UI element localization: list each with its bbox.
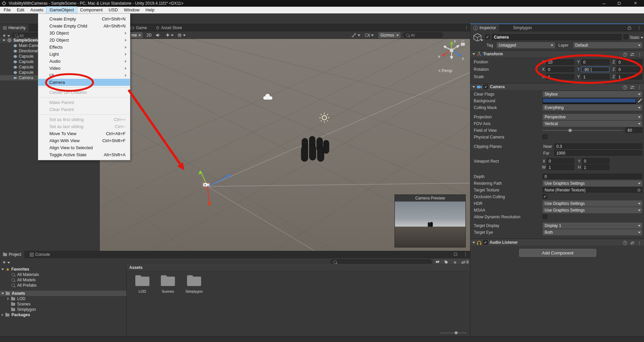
menu-item-ui[interactable]: UI bbox=[38, 72, 130, 79]
scene-camera-icon[interactable] bbox=[365, 33, 370, 37]
favorites-item[interactable]: All Prefabs bbox=[0, 283, 126, 288]
help-icon[interactable]: ? bbox=[623, 241, 627, 245]
menu-help[interactable]: Help bbox=[142, 7, 157, 13]
menu-item-set-last-sibling[interactable]: Set as last siblingCtrl+- bbox=[38, 123, 130, 130]
favorites-item[interactable]: All Materials bbox=[0, 272, 126, 277]
menu-item-create-empty-child[interactable]: Create Empty ChildAlt+Shift+N bbox=[38, 22, 130, 30]
position-z-input[interactable]: 0 bbox=[616, 59, 642, 65]
favorites-row[interactable]: ★Favorites bbox=[0, 267, 126, 272]
packages-row[interactable]: Packages bbox=[0, 312, 126, 318]
shading-mode-dropdown[interactable]: me bbox=[129, 32, 143, 38]
scale-y-input[interactable]: 1 bbox=[581, 74, 609, 79]
help-icon[interactable]: ? bbox=[623, 52, 627, 57]
maximize-button[interactable] bbox=[611, 0, 627, 7]
audio-listener-header[interactable]: ✓ Audio Listener ?⋮ bbox=[470, 239, 644, 246]
menu-item-align-with-view[interactable]: Align With ViewCtrl+Shift+F bbox=[38, 137, 130, 144]
near-input[interactable]: 0.3 bbox=[554, 144, 642, 149]
static-dropdown-icon[interactable] bbox=[641, 37, 643, 39]
layer-dropdown[interactable]: Default bbox=[573, 42, 642, 48]
tab-simplygon[interactable]: Simplygon bbox=[510, 24, 535, 32]
scale-x-input[interactable]: 1 bbox=[546, 74, 574, 79]
tab-asset-store[interactable]: Asset Store bbox=[153, 24, 185, 32]
depth-input[interactable]: 0 bbox=[543, 174, 642, 179]
scene-search-input[interactable]: All bbox=[403, 33, 443, 38]
eyedropper-icon[interactable] bbox=[638, 98, 642, 103]
tab-project[interactable]: Project bbox=[0, 251, 24, 258]
project-create-dropdown-icon[interactable] bbox=[7, 262, 10, 264]
audio-listener-checkbox[interactable]: ✓ bbox=[483, 240, 488, 245]
asset-folder-tile[interactable]: LOD bbox=[133, 274, 152, 301]
expander-icon[interactable] bbox=[3, 40, 5, 41]
favorites-item[interactable]: All Models bbox=[0, 277, 126, 283]
expander-icon[interactable] bbox=[1, 293, 4, 294]
menu-item-2d-object[interactable]: 2D Object bbox=[38, 37, 130, 44]
thumbnail-zoom-knob[interactable] bbox=[455, 331, 458, 334]
asset-folder-tile[interactable]: Scenes bbox=[158, 274, 177, 301]
occlusion-culling-checkbox[interactable]: ✓ bbox=[543, 194, 547, 199]
culling-mask-dropdown[interactable]: Everything bbox=[543, 105, 642, 111]
add-component-button[interactable]: Add Component bbox=[519, 249, 596, 257]
menu-item-camera[interactable]: Camera bbox=[38, 79, 130, 86]
far-input[interactable]: 1000 bbox=[554, 150, 642, 156]
tool-settings-icon[interactable] bbox=[352, 33, 356, 37]
menu-item-create-empty[interactable]: Create EmptyCtrl+Shift+N bbox=[38, 15, 130, 22]
target-eye-dropdown[interactable]: Both bbox=[543, 229, 642, 235]
menu-window[interactable]: Window bbox=[121, 7, 142, 13]
menu-item-3d-object[interactable]: 3D Object bbox=[38, 30, 130, 37]
camera-enabled-checkbox[interactable]: ✓ bbox=[484, 84, 488, 89]
project-create-button[interactable]: + bbox=[3, 259, 6, 265]
chevron-down-icon[interactable] bbox=[371, 35, 374, 36]
menu-item-make-parent[interactable]: Make Parent bbox=[38, 99, 130, 106]
fov-axis-dropdown[interactable]: Vertical bbox=[543, 121, 642, 127]
grid-toggle-icon[interactable] bbox=[178, 33, 182, 37]
clear-flags-dropdown[interactable]: Skybox bbox=[543, 91, 642, 97]
presets-icon[interactable] bbox=[630, 86, 634, 89]
target-display-dropdown[interactable]: Display 1 bbox=[543, 223, 642, 229]
menu-item-center-on-children[interactable]: Center On Children bbox=[38, 89, 130, 96]
scene-kebab-icon[interactable]: ⋮ bbox=[464, 25, 469, 30]
rotation-z-input[interactable]: 0 bbox=[616, 67, 642, 72]
camera-component-header[interactable]: ✓ Camera ?⋮ bbox=[470, 83, 644, 91]
thumbnail-zoom-slider[interactable] bbox=[440, 333, 467, 333]
perspective-label[interactable]: < Persp bbox=[438, 68, 452, 73]
active-checkbox[interactable]: ✓ bbox=[485, 35, 490, 39]
viewport-y-input[interactable]: 0 bbox=[582, 158, 609, 164]
fov-value-input[interactable]: 60 bbox=[626, 127, 642, 133]
menu-item-effects[interactable]: Effects bbox=[38, 44, 130, 51]
allow-dynamic-resolution-checkbox[interactable] bbox=[543, 214, 547, 219]
chevron-down-icon[interactable] bbox=[358, 35, 360, 36]
assets-root-row[interactable]: Assets bbox=[0, 291, 126, 296]
viewport-w-input[interactable]: 1 bbox=[547, 165, 574, 170]
kebab-icon[interactable]: ⋮ bbox=[637, 52, 642, 57]
menu-component[interactable]: Component bbox=[77, 7, 105, 13]
create-dropdown-icon[interactable] bbox=[7, 35, 10, 37]
menu-item-light[interactable]: Light bbox=[38, 51, 130, 58]
effects-dropdown-icon[interactable] bbox=[171, 35, 174, 36]
target-texture-field[interactable]: None (Render Texture)⊙ bbox=[543, 187, 642, 192]
expander-icon[interactable] bbox=[7, 297, 9, 300]
audio-toggle-icon[interactable] bbox=[156, 33, 160, 37]
rotation-y-input-focused[interactable]: -90 bbox=[581, 67, 609, 72]
rendering-path-dropdown[interactable]: Use Graphics Settings bbox=[543, 180, 642, 186]
menu-gameobject[interactable]: GameObject bbox=[46, 7, 77, 13]
tab-inspector[interactable]: i Inspector bbox=[470, 24, 499, 32]
presets-icon[interactable] bbox=[630, 53, 634, 56]
static-checkbox[interactable] bbox=[624, 35, 628, 39]
background-color-swatch[interactable] bbox=[543, 98, 636, 104]
menu-item-move-to-view[interactable]: Move To ViewCtrl+Alt+F bbox=[38, 130, 130, 137]
viewport-h-input[interactable]: 1 bbox=[582, 165, 609, 170]
menu-usd[interactable]: USD bbox=[106, 7, 121, 13]
menu-file[interactable]: File bbox=[1, 7, 14, 13]
transform-header[interactable]: Transform ?⋮ bbox=[470, 50, 644, 58]
asset-folder-tile[interactable]: Simplygon bbox=[184, 274, 204, 301]
menu-item-clear-parent[interactable]: Clear Parent bbox=[38, 106, 130, 113]
kebab-icon[interactable]: ⋮ bbox=[637, 85, 642, 90]
tree-folder-row[interactable]: Scenes bbox=[0, 301, 126, 307]
close-button[interactable]: × bbox=[627, 0, 644, 7]
menu-item-audio[interactable]: Audio bbox=[38, 58, 130, 65]
viewport-x-input[interactable]: 0 bbox=[547, 158, 574, 164]
position-x-input[interactable]: 10 bbox=[546, 59, 574, 65]
physical-camera-checkbox[interactable] bbox=[543, 134, 547, 139]
window-icon[interactable] bbox=[454, 253, 457, 256]
fov-slider-knob[interactable] bbox=[568, 129, 572, 132]
